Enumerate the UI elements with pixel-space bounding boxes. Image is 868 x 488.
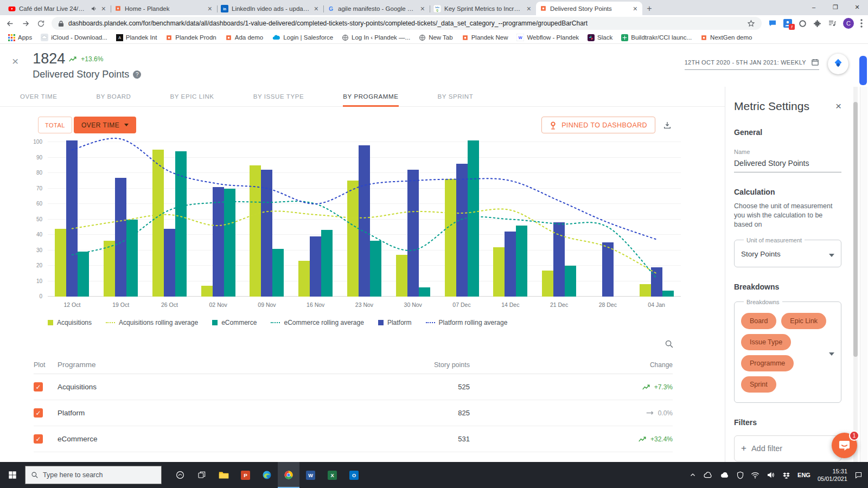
docked-widget[interactable] bbox=[859, 56, 867, 85]
bookmark-item[interactable]: Login | Salesforce bbox=[268, 33, 337, 42]
new-tab-button[interactable]: + bbox=[642, 2, 656, 15]
address-bar[interactable]: dashboards.plandek.com/for/benchmark/dat… bbox=[52, 17, 762, 30]
bar-ecommerce[interactable] bbox=[272, 249, 284, 297]
search-icon[interactable] bbox=[665, 339, 674, 349]
circle-extension-icon[interactable] bbox=[799, 20, 807, 28]
plot-checkbox[interactable]: ✓ bbox=[34, 382, 43, 391]
bar-platform[interactable] bbox=[602, 242, 614, 297]
bar-ecommerce[interactable] bbox=[565, 266, 576, 297]
browser-tab[interactable]: Gagile manifesto - Google Search× bbox=[323, 2, 430, 15]
bar-platform[interactable] bbox=[261, 170, 272, 297]
bar-acquisitions[interactable] bbox=[201, 286, 213, 297]
plot-checkbox[interactable]: ✓ bbox=[34, 408, 43, 418]
bookmark-item[interactable]: Plandek Prodn bbox=[162, 33, 220, 42]
playlist-extension-icon[interactable] bbox=[828, 20, 837, 27]
legend-item[interactable]: eCommerce rolling average bbox=[271, 319, 363, 326]
bar-ecommerce[interactable] bbox=[126, 220, 138, 297]
bar-acquisitions[interactable] bbox=[396, 255, 407, 297]
bookmark-item[interactable]: iCloud - Download... bbox=[37, 33, 111, 42]
taskbar-clock[interactable]: 15:31 05/01/2021 bbox=[818, 467, 847, 483]
browser-tab[interactable]: inLinkedIn video ads - update - Go× bbox=[217, 2, 323, 15]
bar-acquisitions[interactable] bbox=[55, 229, 66, 297]
bar-platform[interactable] bbox=[66, 140, 78, 297]
view-tab-by-board[interactable]: BY BOARD bbox=[96, 87, 131, 106]
bar-ecommerce[interactable] bbox=[175, 151, 187, 297]
browser-menu-icon[interactable] bbox=[860, 19, 863, 28]
tray-wifi[interactable] bbox=[751, 472, 760, 479]
bar-ecommerce[interactable] bbox=[224, 189, 235, 297]
bookmark-item[interactable]: Plandek New bbox=[458, 33, 512, 42]
panel-scrollbar[interactable] bbox=[853, 87, 858, 462]
pinned-to-dashboard-button[interactable]: PINNED TO DASHBOARD bbox=[541, 117, 655, 133]
bar-ecommerce[interactable] bbox=[370, 241, 381, 297]
bar-platform[interactable] bbox=[164, 229, 175, 297]
bar-acquisitions[interactable] bbox=[445, 179, 456, 297]
bar-platform[interactable] bbox=[505, 232, 516, 297]
bookmark-item[interactable]: WWebflow - Plandek bbox=[513, 33, 583, 42]
date-range-picker[interactable]: 12TH OCT 2020 - 5TH JAN 2021: WEEKLY bbox=[685, 58, 819, 70]
language-indicator[interactable]: ENG bbox=[797, 472, 810, 478]
unit-of-measurement-select[interactable]: Unit of measurement Story Points bbox=[734, 237, 841, 267]
bookmark-item[interactable]: Ada demo bbox=[221, 33, 267, 42]
browser-tab[interactable]: Café del Mar Live 24/7 Hous× bbox=[4, 2, 111, 15]
breakdown-chip[interactable]: Issue Type bbox=[741, 334, 791, 350]
chat-extension-icon[interactable] bbox=[768, 19, 777, 28]
breakdown-chip[interactable]: Programme bbox=[741, 355, 794, 371]
bar-ecommerce[interactable] bbox=[321, 230, 333, 297]
legend-item[interactable]: Acquisitions rolling average bbox=[106, 319, 198, 326]
download-icon[interactable] bbox=[663, 121, 672, 130]
tray-shield[interactable] bbox=[737, 471, 744, 479]
bar-acquisitions[interactable] bbox=[152, 150, 164, 297]
legend-item[interactable]: Acquisitions bbox=[48, 319, 92, 326]
legend-item[interactable]: Platform bbox=[378, 319, 412, 326]
start-button[interactable] bbox=[0, 462, 25, 488]
taskbar-app-taskview[interactable] bbox=[191, 462, 213, 488]
intercom-chat-button[interactable]: 1 bbox=[832, 433, 857, 458]
taskbar-app-explorer[interactable] bbox=[213, 462, 234, 488]
view-tab-by-issue-type[interactable]: BY ISSUE TYPE bbox=[253, 87, 304, 106]
over-time-button[interactable]: OVER TIME bbox=[74, 117, 136, 133]
close-settings-icon[interactable]: × bbox=[835, 100, 841, 112]
jira-button[interactable] bbox=[828, 54, 848, 74]
maximize-icon[interactable]: ❐ bbox=[825, 0, 846, 14]
legend-item[interactable]: eCommerce bbox=[212, 319, 257, 326]
breakdown-chip[interactable]: Sprint bbox=[741, 376, 776, 393]
bookmark-item[interactable]: New Tab bbox=[415, 33, 457, 42]
back-icon[interactable] bbox=[5, 19, 15, 28]
bar-acquisitions[interactable] bbox=[298, 261, 310, 297]
bar-platform[interactable] bbox=[456, 164, 468, 297]
profile-extension-icon[interactable]: ! bbox=[783, 19, 792, 28]
tab-close-icon[interactable]: × bbox=[632, 4, 639, 13]
taskbar-app-powerpoint[interactable]: P bbox=[234, 462, 256, 488]
bar-platform[interactable] bbox=[407, 170, 419, 297]
tab-close-icon[interactable]: × bbox=[313, 4, 320, 13]
action-center-icon[interactable] bbox=[854, 471, 863, 479]
bookmark-item[interactable]: Slack bbox=[584, 33, 616, 42]
bar-ecommerce[interactable] bbox=[662, 291, 674, 297]
profile-avatar[interactable]: C bbox=[843, 18, 854, 29]
tray-volume[interactable] bbox=[767, 471, 775, 479]
forward-icon[interactable] bbox=[21, 19, 30, 28]
bar-ecommerce[interactable] bbox=[78, 252, 89, 297]
page-scrollbar[interactable] bbox=[860, 87, 867, 462]
view-tab-over-time[interactable]: OVER TIME bbox=[20, 87, 57, 106]
view-tab-by-epic-link[interactable]: BY EPIC LINK bbox=[170, 87, 214, 106]
calendar-icon[interactable] bbox=[811, 58, 819, 66]
bookmark-item[interactable]: Log In ‹ Plandek —... bbox=[338, 33, 414, 42]
plot-checkbox[interactable]: ✓ bbox=[34, 434, 43, 444]
taskbar-search[interactable]: Type here to search bbox=[25, 466, 162, 484]
browser-tab[interactable]: InfoQKey Sprint Metrics to Increase Te× bbox=[430, 2, 536, 15]
bar-platform[interactable] bbox=[115, 178, 126, 297]
close-metric-icon[interactable]: × bbox=[12, 55, 18, 68]
taskbar-app-chrome[interactable] bbox=[278, 462, 299, 488]
tray-dropbox[interactable] bbox=[782, 472, 790, 479]
tray-cloud-filled[interactable] bbox=[720, 472, 730, 479]
browser-tab[interactable]: Delivered Story Points× bbox=[536, 2, 642, 15]
taskbar-app-excel[interactable]: X bbox=[321, 462, 343, 488]
add-filter-button[interactable]: + Add filter bbox=[734, 435, 841, 461]
taskbar-app-edge[interactable] bbox=[256, 462, 278, 488]
close-window-icon[interactable]: ✕ bbox=[846, 0, 868, 14]
minimize-icon[interactable]: – bbox=[803, 0, 825, 14]
bar-acquisitions[interactable] bbox=[347, 181, 359, 297]
bookmark-item[interactable]: Buildtrakr/CCI launc... bbox=[617, 33, 695, 42]
